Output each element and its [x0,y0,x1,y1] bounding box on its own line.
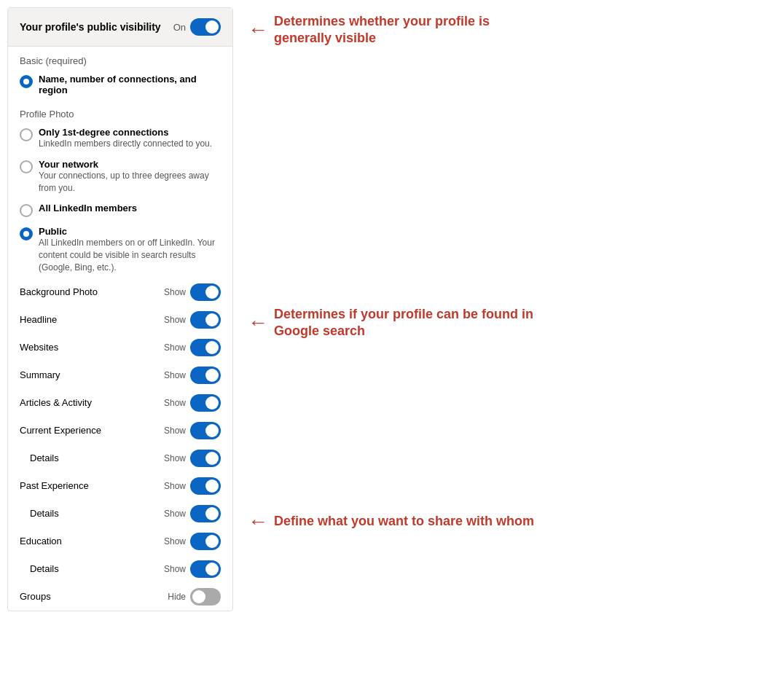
show-hide-past-experience-details: Show [164,509,186,519]
toggle-row-label-current-experience-details: Details [30,452,59,463]
toggle-knob [205,313,219,326]
toggle-knob [205,563,219,576]
radio-circle-first-degree [20,128,33,141]
show-hide-current-experience: Show [164,426,186,436]
radio-label-all-linkedin: All LinkedIn members [39,203,137,213]
toggle-row-education-details: Details Show [8,555,232,583]
radio-option-public[interactable]: Public All LinkedIn members on or off Li… [8,222,232,278]
left-panel: Your profile's public visibility On Basi… [7,7,233,611]
radio-option-first-degree[interactable]: Only 1st-degree connections LinkedIn mem… [8,122,232,154]
show-hide-summary: Show [164,370,186,380]
toggle-row-articles-activity: Articles & Activity Show [8,389,232,417]
toggle-row-label-current-experience: Current Experience [20,425,101,436]
toggle-row-label-groups: Groups [20,591,51,602]
toggle-knob [205,341,219,354]
toggle-row-label-past-experience: Past Experience [20,480,89,491]
toggle-current-experience-details[interactable] [190,450,221,467]
toggle-row-label-articles-activity: Articles & Activity [20,397,92,408]
toggle-knob [205,286,219,299]
toggle-summary[interactable] [190,367,221,384]
radio-circle-all-linkedin [20,204,33,217]
show-hide-current-experience-details: Show [164,453,186,463]
arrow-left-icon-3: ← [248,510,268,533]
toggle-row-label-background-photo: Background Photo [20,286,98,297]
right-area: ← Determines whether your profile is gen… [240,0,784,674]
arrow-left-icon-1: ← [248,18,268,42]
toggle-knob [192,590,205,603]
photo-section-label: Profile Photo [8,100,232,122]
toggle-row-groups: Groups Hide [8,583,232,611]
toggle-row-label-past-experience-details: Details [30,508,59,519]
profile-visibility-header: Your profile's public visibility On [8,8,232,47]
toggle-row-headline: Headline Show [8,306,232,334]
radio-sublabel-public: All LinkedIn members on or off LinkedIn.… [39,237,221,273]
radio-option-all-linkedin[interactable]: All LinkedIn members [8,198,232,222]
toggle-row-summary: Summary Show [8,361,232,389]
radio-label-your-network: Your network [39,159,221,170]
toggle-knob [205,535,219,548]
annotation-1: ← Determines whether your profile is gen… [248,13,551,47]
radio-option-your-network[interactable]: Your network Your connections, up to thr… [8,154,232,199]
annotation-text-2: Determines if your profile can be found … [274,306,551,340]
toggle-past-experience[interactable] [190,477,221,495]
toggle-row-label-summary: Summary [20,369,60,380]
toggle-row-past-experience: Past Experience Show [8,472,232,500]
toggle-row-past-experience-details: Details Show [8,500,232,528]
toggle-knob [205,479,219,493]
radio-label-first-degree: Only 1st-degree connections [39,127,212,138]
show-hide-websites: Show [164,342,186,353]
radio-label-basic-name: Name, number of connections, and region [39,74,221,95]
radio-sublabel-your-network: Your connections, up to three degrees aw… [39,170,221,195]
toggle-knob [205,20,219,34]
toggle-background-photo[interactable] [190,283,221,301]
toggle-education-details[interactable] [190,560,221,578]
radio-label-public: Public [39,226,221,237]
toggle-row-current-experience: Current Experience Show [8,417,232,444]
toggle-row-websites: Websites Show [8,334,232,361]
toggle-row-current-experience-details: Details Show [8,444,232,472]
toggle-knob [205,424,219,437]
basic-section-label: Basic (required) [8,47,232,69]
toggle-row-label-websites: Websites [20,342,58,353]
toggle-knob [205,507,219,520]
profile-visibility-toggle[interactable] [190,18,221,36]
toggle-knob [205,396,219,410]
toggle-knob [205,369,219,382]
toggle-groups[interactable] [190,588,221,606]
radio-circle-public [20,227,33,240]
toggle-websites[interactable] [190,339,221,356]
show-hide-education-details: Show [164,564,186,574]
show-hide-education: Show [164,536,186,546]
radio-circle-basic-name [20,75,33,88]
toggle-past-experience-details[interactable] [190,505,221,522]
show-hide-headline: Show [164,315,186,325]
toggle-row-label-education-details: Details [30,563,59,574]
toggle-row-background-photo: Background Photo Show [8,278,232,306]
annotation-text-1: Determines whether your profile is gener… [274,13,551,47]
show-hide-past-experience: Show [164,481,186,491]
toggle-knob [205,452,219,465]
radio-sublabel-first-degree: LinkedIn members directly connected to y… [39,138,212,150]
toggle-on-label: On [173,22,186,33]
toggle-row-label-education: Education [20,536,62,546]
show-hide-background-photo: Show [164,287,186,297]
annotation-text-3: Define what you want to share with whom [274,513,534,530]
annotation-3: ← Define what you want to share with who… [248,510,534,533]
radio-option-basic-name[interactable]: Name, number of connections, and region [8,69,232,100]
show-hide-groups: Hide [168,592,186,602]
toggle-articles-activity[interactable] [190,394,221,412]
toggle-current-experience[interactable] [190,422,221,439]
toggle-education[interactable] [190,533,221,550]
toggle-row-education: Education Show [8,528,232,555]
toggle-headline[interactable] [190,311,221,329]
profile-visibility-title: Your profile's public visibility [20,21,173,33]
toggle-row-label-headline: Headline [20,314,57,325]
arrow-left-icon-2: ← [248,311,268,334]
radio-circle-your-network [20,160,33,173]
annotation-2: ← Determines if your profile can be foun… [248,306,551,340]
show-hide-articles-activity: Show [164,398,186,408]
